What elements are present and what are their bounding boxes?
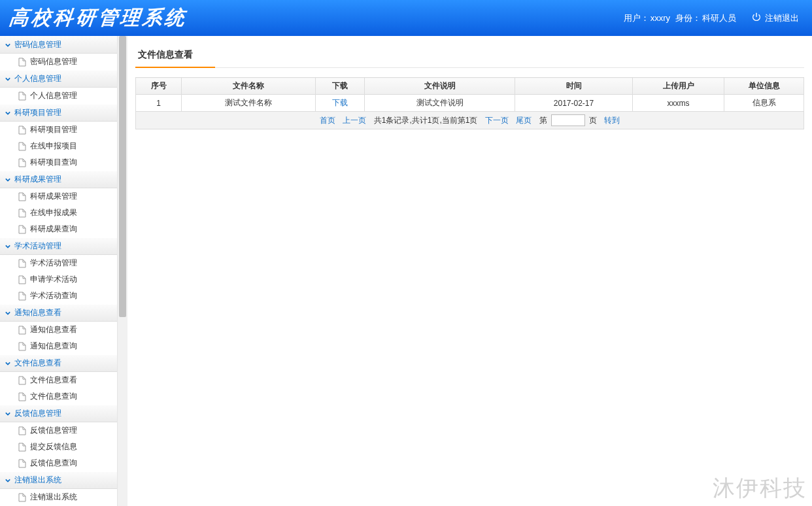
sidebar-item[interactable]: 密码信息管理 <box>0 54 117 70</box>
sidebar-item-label: 科研成果查询 <box>30 221 77 237</box>
sidebar-item-label: 密码信息管理 <box>30 54 77 70</box>
caret-down-icon <box>5 311 10 316</box>
sidebar-item[interactable]: 学术活动查询 <box>0 288 117 304</box>
sidebar-group-header[interactable]: 密码信息管理 <box>0 36 117 54</box>
sidebar-group-header[interactable]: 学术活动管理 <box>0 237 117 255</box>
role-name: 科研人员 <box>702 12 736 24</box>
file-icon <box>18 92 26 101</box>
pager-next[interactable]: 下一页 <box>485 116 509 125</box>
sidebar-group-title: 科研成果管理 <box>14 171 61 188</box>
file-icon <box>18 225 26 234</box>
sidebar-item[interactable]: 申请学术活动 <box>0 271 117 288</box>
table-row: 1 测试文件名称 下载 测试文件说明 2017-02-17 xxxms 信息系 <box>136 95 804 112</box>
download-link[interactable]: 下载 <box>332 98 348 107</box>
sidebar-item-label: 通知信息查询 <box>30 338 77 354</box>
sidebar-item[interactable]: 在线申报成果 <box>0 205 117 221</box>
user-name: xxxry <box>651 13 670 23</box>
sidebar-group-header[interactable]: 文件信息查看 <box>0 354 117 372</box>
file-icon <box>18 376 26 385</box>
sidebar-item[interactable]: 学术活动管理 <box>0 255 117 271</box>
pager-last[interactable]: 尾页 <box>516 116 532 125</box>
caret-down-icon <box>5 478 10 483</box>
th-time: 时间 <box>515 78 633 95</box>
file-icon <box>18 209 26 218</box>
file-icon <box>18 326 26 335</box>
sidebar-item[interactable]: 在线申报项目 <box>0 138 117 154</box>
caret-down-icon <box>5 42 10 48</box>
sidebar-item-label: 学术活动管理 <box>30 255 77 271</box>
sidebar-item[interactable]: 科研成果查询 <box>0 221 117 237</box>
sidebar-item[interactable]: 个人信息管理 <box>0 88 117 104</box>
file-icon <box>18 126 26 135</box>
sidebar-item[interactable]: 文件信息查看 <box>0 372 117 388</box>
cell-download: 下载 <box>316 95 365 112</box>
file-icon <box>18 292 26 301</box>
sidebar-scrollbar[interactable] <box>117 36 127 506</box>
sidebar-item[interactable]: 注销退出系统 <box>0 489 117 505</box>
caret-down-icon <box>5 76 10 82</box>
sidebar-group-header[interactable]: 个人信息管理 <box>0 70 117 88</box>
file-icon <box>18 493 26 502</box>
cell-uploader: xxxms <box>633 95 724 112</box>
pager-jump-suffix: 页 <box>589 116 597 125</box>
caret-down-icon <box>5 110 10 116</box>
file-icon <box>18 426 26 435</box>
file-icon <box>18 58 26 67</box>
cell-time: 2017-02-17 <box>515 95 633 112</box>
sidebar-item[interactable]: 科研项目管理 <box>0 122 117 138</box>
caret-down-icon <box>5 361 10 366</box>
sidebar-item-label: 文件信息查询 <box>30 388 77 405</box>
pager-go[interactable]: 转到 <box>604 116 620 125</box>
sidebar-item[interactable]: 提交反馈信息 <box>0 439 117 455</box>
sidebar-item-label: 注销退出系统 <box>30 489 77 505</box>
file-icon <box>18 459 26 468</box>
logout-button[interactable]: 注销退出 <box>752 12 800 24</box>
user-label: 用户： <box>624 12 649 24</box>
sidebar-group-title: 科研项目管理 <box>14 104 61 122</box>
sidebar-item-label: 科研成果管理 <box>30 188 77 205</box>
sidebar-group-header[interactable]: 通知信息查看 <box>0 304 117 322</box>
sidebar-item[interactable]: 文件信息查询 <box>0 388 117 405</box>
sidebar-item[interactable]: 科研成果管理 <box>0 188 117 205</box>
sidebar-item[interactable]: 反馈信息管理 <box>0 422 117 439</box>
sidebar-item-label: 提交反馈信息 <box>30 439 77 455</box>
file-icon <box>18 392 26 401</box>
sidebar-group-header[interactable]: 注销退出系统 <box>0 471 117 489</box>
sidebar-group-header[interactable]: 反馈信息管理 <box>0 405 117 422</box>
sidebar-item[interactable]: 通知信息查询 <box>0 338 117 354</box>
cell-name: 测试文件名称 <box>182 95 316 112</box>
pager-first[interactable]: 首页 <box>320 116 335 125</box>
file-icon <box>18 259 26 268</box>
th-name: 文件名称 <box>182 78 316 95</box>
th-seq: 序号 <box>136 78 182 95</box>
sidebar-group-title: 通知信息查看 <box>14 304 61 322</box>
sidebar-item[interactable]: 反馈信息查询 <box>0 455 117 471</box>
sidebar-group-header[interactable]: 科研成果管理 <box>0 171 117 188</box>
power-icon <box>752 12 764 24</box>
caret-down-icon <box>5 244 10 249</box>
page-title: 文件信息查看 <box>135 45 804 68</box>
role-label: 身份： <box>675 12 701 24</box>
sidebar-item-label: 在线申报成果 <box>30 205 77 221</box>
sidebar-group-header[interactable]: 科研项目管理 <box>0 104 117 122</box>
th-unit: 单位信息 <box>724 78 804 95</box>
sidebar-item-label: 申请学术活动 <box>30 271 77 288</box>
sidebar-item-label: 学术活动查询 <box>30 288 77 304</box>
pager-prev[interactable]: 上一页 <box>343 116 366 125</box>
sidebar-item-label: 科研项目管理 <box>30 122 77 138</box>
sidebar-group-title: 个人信息管理 <box>14 70 61 88</box>
table-pager-row: 首页 上一页 共1条记录,共计1页,当前第1页 下一页 尾页 第页 转到 <box>136 112 804 129</box>
file-table: 序号 文件名称 下载 文件说明 时间 上传用户 单位信息 1 测试文件名称 下载… <box>135 77 804 129</box>
app-header: 高校科研管理系统 用户： xxxry 身份： 科研人员 注销退出 <box>0 0 812 36</box>
pager-info: 共1条记录,共计1页,当前第1页 <box>374 116 478 125</box>
sidebar-item[interactable]: 通知信息查看 <box>0 322 117 338</box>
th-download: 下载 <box>316 78 365 95</box>
app-title: 高校科研管理系统 <box>8 5 188 31</box>
pager-jump-prefix: 第 <box>539 116 547 125</box>
cell-unit: 信息系 <box>724 95 804 112</box>
sidebar-item-label: 反馈信息查询 <box>30 455 77 471</box>
caret-down-icon <box>5 177 10 182</box>
cell-desc: 测试文件说明 <box>365 95 515 112</box>
sidebar-item[interactable]: 科研项目查询 <box>0 154 117 171</box>
pager-jump-input[interactable] <box>551 114 585 126</box>
